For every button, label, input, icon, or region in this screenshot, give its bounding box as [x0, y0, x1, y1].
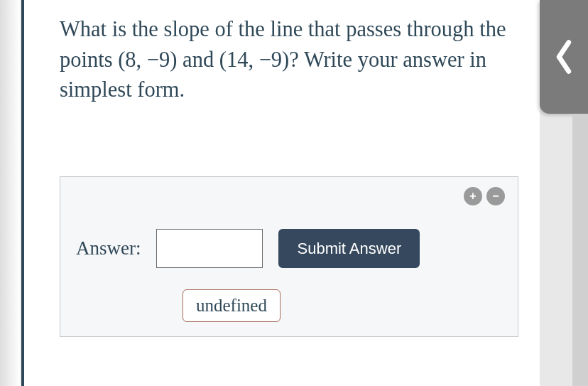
answer-input[interactable] [156, 229, 263, 268]
question-point2: (14, −9) [219, 48, 290, 72]
question-mid: and [177, 48, 219, 72]
undefined-button[interactable]: undefined [183, 289, 281, 322]
answer-label: Answer: [76, 237, 141, 259]
chevron-left-icon [554, 39, 574, 75]
scrollbar-track[interactable] [572, 114, 588, 386]
undefined-row: undefined [183, 289, 502, 322]
submit-answer-button[interactable]: Submit Answer [278, 229, 420, 268]
side-tab-button[interactable] [540, 0, 588, 114]
plus-icon[interactable]: + [464, 187, 482, 205]
question-text: What is the slope of the line that passe… [60, 14, 518, 105]
question-card: What is the slope of the line that passe… [21, 0, 540, 386]
question-point1: (8, −9) [118, 48, 177, 72]
page-background-edge [0, 0, 21, 386]
minus-icon[interactable]: − [486, 187, 505, 205]
answer-area: + − Answer: Submit Answer undefined [60, 176, 518, 337]
font-size-controls: + − [464, 187, 505, 205]
answer-row: Answer: Submit Answer [76, 229, 502, 268]
